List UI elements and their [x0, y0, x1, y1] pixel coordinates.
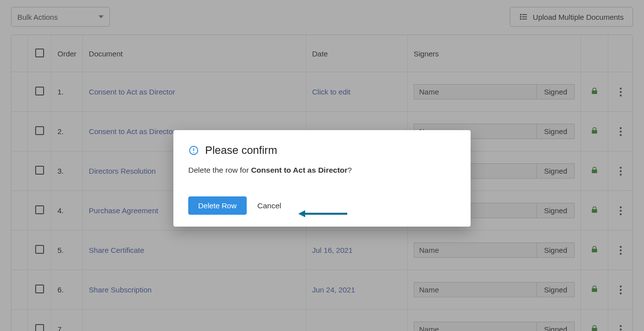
modal-overlay[interactable]: Please confirm Delete the row for Consen…	[0, 0, 644, 331]
cancel-button[interactable]: Cancel	[258, 201, 281, 210]
alert-circle-icon	[188, 145, 199, 156]
delete-row-button[interactable]: Delete Row	[188, 196, 247, 215]
dialog-body: Delete the row for Consent to Act as Dir…	[188, 166, 456, 175]
dialog-title: Please confirm	[205, 144, 277, 157]
annotation-arrow	[298, 210, 347, 217]
svg-point-8	[193, 152, 194, 153]
arrow-left-icon	[298, 210, 305, 217]
